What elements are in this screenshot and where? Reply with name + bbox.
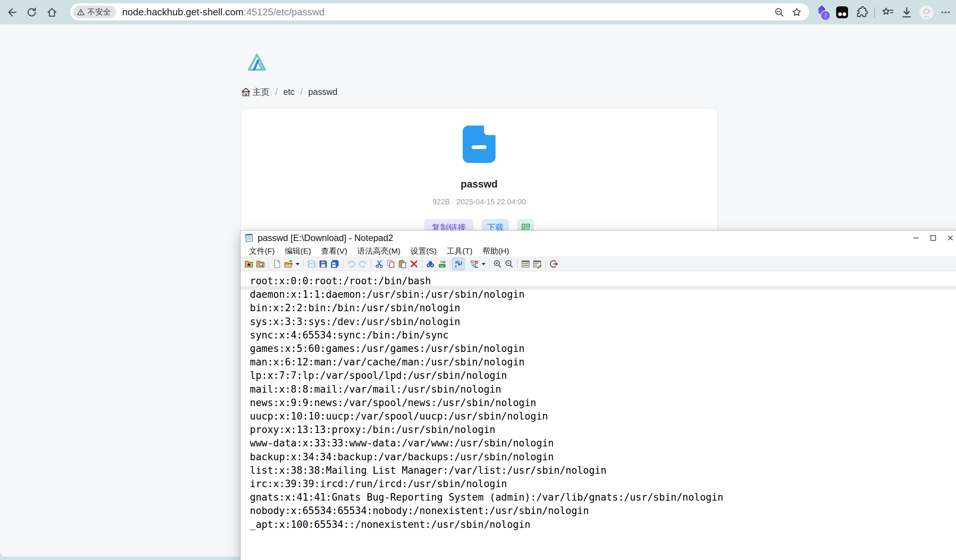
save-icon[interactable] <box>306 258 318 270</box>
open-file-icon[interactable] <box>283 258 294 270</box>
breadcrumb-item[interactable]: etc <box>283 87 295 97</box>
save-as-icon[interactable] <box>318 258 329 270</box>
url-path: :45125/etc/passwd <box>244 6 324 17</box>
redo-icon[interactable] <box>357 258 369 270</box>
save-all-icon[interactable] <box>329 258 341 270</box>
maximize-button[interactable] <box>925 231 942 245</box>
menu-item[interactable]: 文件(F) <box>249 246 275 256</box>
home-icon[interactable] <box>45 5 59 19</box>
collections-icon[interactable] <box>881 6 894 19</box>
text-line: sys:x:3:3:sys:/dev:/usr/sbin/nologin <box>250 315 956 329</box>
text-line: lp:x:7:7:lp:/var/spool/lpd:/usr/sbin/nol… <box>250 369 956 382</box>
svg-text:c: c <box>455 264 457 268</box>
breadcrumb-item[interactable]: passwd <box>308 87 337 97</box>
text-line: daemon:x:1:1:daemon:/usr/sbin:/usr/sbin/… <box>250 288 956 301</box>
url-domain: node.hackhub.get-shell.com <box>122 6 244 17</box>
window-controls <box>907 231 956 245</box>
security-badge[interactable]: 不安全 <box>73 6 116 18</box>
notepad2-window: passwd [E:\Download] - Notepad2 文件(F)编辑(… <box>240 230 956 560</box>
close-button[interactable] <box>942 231 956 245</box>
text-line: man:x:6:12:man:/var/cache/man:/usr/sbin/… <box>250 355 956 369</box>
window-title: passwd [E:\Download] - Notepad2 <box>258 233 393 243</box>
profile-avatar[interactable] <box>920 5 934 19</box>
paste-icon[interactable] <box>396 258 408 270</box>
file-name: passwd <box>461 179 497 190</box>
file-card: passwd 922B · 2025-04-15 22:04:00 复制链接 下… <box>241 108 717 251</box>
text-line: news:x:9:9:news:/var/spool/news:/usr/sbi… <box>250 396 956 409</box>
file-icon <box>463 126 495 163</box>
zoom-in-icon[interactable] <box>492 258 503 270</box>
browse-folder-icon[interactable] <box>255 258 266 270</box>
url-bar[interactable]: 不安全 node.hackhub.get-shell.com:45125/etc… <box>70 3 809 20</box>
text-line: uucp:x:10:10:uucp:/var/spool/uucp:/usr/s… <box>250 409 956 423</box>
breadcrumb-separator: / <box>275 87 277 97</box>
menu-item[interactable]: 设置(S) <box>410 246 437 256</box>
notepad2-titlebar[interactable]: passwd [E:\Download] - Notepad2 <box>241 231 956 245</box>
browser-menu-icon[interactable] <box>940 7 951 18</box>
scheme-select-icon[interactable] <box>469 258 480 270</box>
reload-icon[interactable] <box>25 5 39 19</box>
favorites-folder-icon[interactable] <box>243 258 255 270</box>
delete-icon[interactable] <box>408 258 420 270</box>
replace-icon[interactable]: fabac <box>436 258 448 270</box>
text-line: sync:x:4:65534:sync:/bin:/bin/sync <box>250 329 956 342</box>
zoom-out-page-icon[interactable] <box>774 7 784 17</box>
text-line: _apt:x:100:65534::/nonexistent:/usr/sbin… <box>250 518 956 531</box>
text-line: list:x:38:38:Mailing List Manager:/var/l… <box>250 464 956 477</box>
cut-icon[interactable] <box>373 258 385 270</box>
svg-text:ab: ab <box>442 260 445 264</box>
editor-text-area[interactable]: root:x:0:0:root:/root:/bin/bashdaemon:x:… <box>241 271 956 531</box>
breadcrumb-home[interactable]: 主页 <box>241 86 270 98</box>
svg-text:ac: ac <box>440 264 444 268</box>
extension-black-icon[interactable] <box>835 6 849 19</box>
minimize-button[interactable] <box>907 231 925 245</box>
screen: { "browser": { "security_label": "不安全", … <box>0 0 956 560</box>
text-line: backup:x:34:34:backup:/var/backups:/usr/… <box>250 450 956 464</box>
extensions-puzzle-icon[interactable] <box>855 6 868 19</box>
text-line: mail:x:8:8:mail:/var/mail:/usr/sbin/nolo… <box>250 382 956 396</box>
breadcrumb-separator: / <box>300 87 302 97</box>
warning-icon <box>77 8 85 16</box>
file-meta: 922B · 2025-04-15 22:04:00 <box>432 198 526 206</box>
breadcrumb: 主页 / etc / passwd <box>241 86 337 98</box>
toolbar-separator <box>874 7 875 17</box>
bookmark-star-icon[interactable] <box>792 7 802 17</box>
undo-icon[interactable] <box>346 258 357 270</box>
text-line: nobody:x:65534:65534:nobody:/nonexistent… <box>250 504 956 518</box>
extension-purple-icon[interactable]: 7 <box>814 5 829 20</box>
browser-extensions-cluster: 7 <box>814 5 951 20</box>
menu-item[interactable]: 语法高亮(M) <box>357 246 400 256</box>
find-icon[interactable] <box>425 258 436 270</box>
text-line: bin:x:2:2:bin:/bin:/usr/sbin/nologin <box>250 301 956 315</box>
downloads-icon[interactable] <box>900 6 913 19</box>
text-line: proxy:x:13:13:proxy:/bin:/usr/sbin/nolog… <box>250 423 956 436</box>
browser-toolbar: 不安全 node.hackhub.get-shell.com:45125/etc… <box>0 0 956 24</box>
back-icon[interactable] <box>5 5 19 19</box>
zoom-out-icon[interactable] <box>503 258 515 270</box>
notepad2-toolbar: fabac abc <box>241 256 956 271</box>
open-dropdown-icon[interactable] <box>294 258 301 270</box>
menu-item[interactable]: 工具(T) <box>447 246 472 256</box>
extension-badge: 7 <box>821 11 830 20</box>
site-logo <box>247 52 267 73</box>
menu-item[interactable]: 查看(V) <box>321 246 347 256</box>
word-wrap-icon[interactable]: abc <box>453 258 464 270</box>
breadcrumb-path: / etc / passwd <box>275 87 337 97</box>
text-line: irc:x:39:39:ircd:/run/ircd:/usr/sbin/nol… <box>250 477 956 491</box>
new-file-icon[interactable] <box>271 258 283 270</box>
security-label: 不安全 <box>87 7 111 17</box>
breadcrumb-home-label: 主页 <box>252 86 270 98</box>
exit-icon[interactable] <box>548 258 560 270</box>
view-scheme-icon[interactable] <box>520 258 531 270</box>
notepad2-app-icon <box>244 233 254 243</box>
text-line: gnats:x:41:41:Gnats Bug-Reporting System… <box>250 491 956 504</box>
copy-icon[interactable] <box>385 258 396 270</box>
url-text: node.hackhub.get-shell.com:45125/etc/pas… <box>122 6 774 18</box>
customize-scheme-icon[interactable] <box>531 258 543 270</box>
text-line: games:x:5:60:games:/usr/games:/usr/sbin/… <box>250 342 956 355</box>
menu-item[interactable]: 编辑(E) <box>285 246 311 256</box>
menu-item[interactable]: 帮助(H) <box>483 246 509 256</box>
scheme-dropdown-icon[interactable] <box>480 258 487 270</box>
text-line: www-data:x:33:33:www-data:/var/www:/usr/… <box>250 436 956 450</box>
notepad2-menubar: 文件(F)编辑(E)查看(V)语法高亮(M)设置(S)工具(T)帮助(H) <box>241 245 956 256</box>
